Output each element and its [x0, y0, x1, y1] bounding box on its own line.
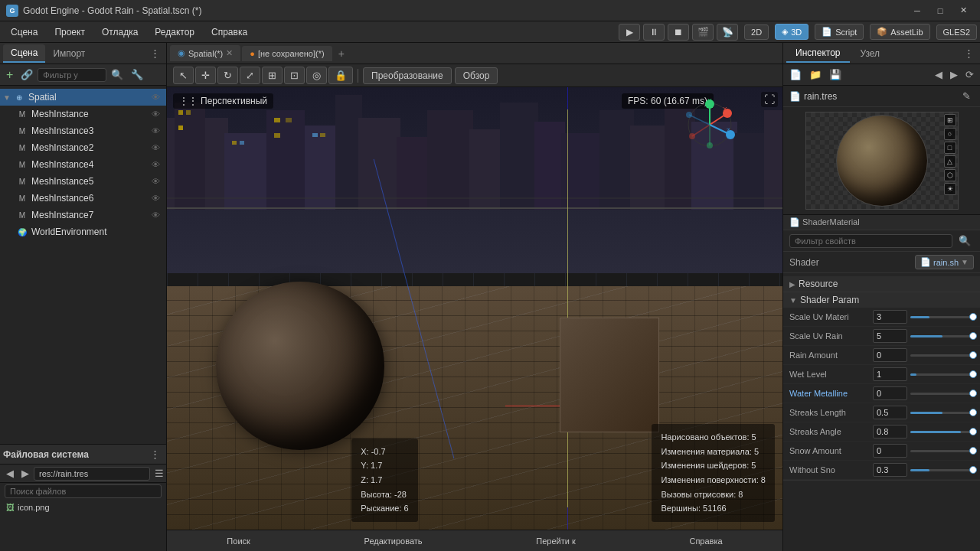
- add-node-button[interactable]: +: [3, 67, 16, 83]
- menu-project[interactable]: Проект: [47, 24, 93, 40]
- insp-save-button[interactable]: 💾: [826, 67, 844, 82]
- menu-debug[interactable]: Отладка: [94, 24, 145, 40]
- tree-item-mesh1[interactable]: M MeshInstance 👁: [0, 106, 166, 122]
- tree-item-mesh5[interactable]: M MeshInstance5 👁: [0, 173, 166, 190]
- mat-tool-1[interactable]: ⊞: [944, 114, 956, 126]
- scale-uv-rain-track[interactable]: [910, 335, 974, 337]
- stop-button[interactable]: ⏹: [668, 24, 689, 41]
- menu-help[interactable]: Справка: [204, 24, 255, 40]
- btn-assetlib[interactable]: 📦 AssetLib: [870, 24, 929, 40]
- tab-inspector[interactable]: Инспектор: [786, 44, 850, 63]
- water-metalline-thumb[interactable]: [969, 390, 977, 397]
- bottom-search-button[interactable]: Поиск: [220, 535, 256, 547]
- without-sno-track[interactable]: [910, 469, 974, 471]
- tree-item-mesh4[interactable]: M MeshInstance4 👁: [0, 156, 166, 173]
- tab-import[interactable]: Импорт: [45, 45, 93, 62]
- bottom-edit-button[interactable]: Редактировать: [358, 535, 429, 547]
- bottom-goto-button[interactable]: Перейти к: [530, 535, 581, 547]
- fs-path-input[interactable]: [34, 467, 150, 481]
- tab-add-button[interactable]: +: [334, 46, 349, 61]
- fs-options-button[interactable]: ⋮: [147, 447, 163, 461]
- snow-amount-input[interactable]: [873, 444, 907, 458]
- fs-list-button[interactable]: ☰: [152, 466, 167, 481]
- tab-scene[interactable]: Сцена: [3, 44, 45, 63]
- without-sno-input[interactable]: [873, 463, 907, 477]
- streaks-angle-input[interactable]: [873, 425, 907, 439]
- wet-level-thumb[interactable]: [969, 370, 977, 378]
- tree-eye-mesh7[interactable]: 👁: [152, 210, 160, 220]
- remote-button[interactable]: 📡: [717, 24, 738, 41]
- editor-tab-spatial[interactable]: ◉ Spatial(*) ✕: [170, 45, 240, 61]
- insp-prev-button[interactable]: ◀: [932, 67, 946, 82]
- mat-tool-4[interactable]: △: [944, 155, 956, 168]
- movie-button[interactable]: 🎬: [692, 24, 714, 41]
- btn-script[interactable]: 📄 Script: [815, 24, 864, 40]
- water-metalline-track[interactable]: [910, 393, 974, 395]
- maximize-button[interactable]: □: [929, 3, 951, 18]
- mat-tool-2[interactable]: ○: [944, 128, 956, 140]
- camera-button[interactable]: ◎: [306, 67, 327, 84]
- tree-eye-mesh4[interactable]: 👁: [152, 160, 160, 169]
- select-tool-button[interactable]: ↖: [173, 67, 194, 84]
- link-node-button[interactable]: 🔗: [18, 67, 36, 82]
- tree-item-mesh2[interactable]: M MeshInstance2 👁: [0, 139, 166, 156]
- tab-spatial-close[interactable]: ✕: [226, 48, 233, 58]
- tree-eye-spatial[interactable]: 👁: [152, 93, 160, 102]
- fs-item-icon[interactable]: 🖼 icon.png: [6, 501, 160, 514]
- fs-back-button[interactable]: ◀: [3, 466, 17, 481]
- resource-section-header[interactable]: ▶ Resource: [783, 276, 980, 292]
- scale-uv-rain-input[interactable]: [873, 329, 907, 343]
- tree-eye-mesh3[interactable]: 👁: [152, 126, 160, 135]
- wet-level-track[interactable]: [910, 373, 974, 376]
- rain-amount-track[interactable]: [910, 354, 974, 357]
- scene-tools-button[interactable]: 🔧: [128, 67, 146, 82]
- streaks-angle-track[interactable]: [910, 431, 974, 433]
- streaks-angle-thumb[interactable]: [969, 428, 977, 435]
- shader-param-header[interactable]: ▼ Shader Param: [783, 292, 980, 308]
- play-button[interactable]: ▶: [619, 24, 640, 41]
- transform-local-button[interactable]: ⊞: [262, 67, 283, 84]
- lock-button[interactable]: 🔒: [328, 67, 353, 84]
- shader-value-button[interactable]: 📄 rain.sh ▼: [915, 255, 974, 269]
- wet-level-input[interactable]: [873, 367, 907, 381]
- minimize-button[interactable]: ─: [906, 3, 928, 18]
- bottom-help-button[interactable]: Справка: [683, 535, 728, 547]
- without-sno-thumb[interactable]: [969, 466, 977, 474]
- insp-next-button[interactable]: ▶: [947, 67, 961, 82]
- fs-search-input[interactable]: [5, 484, 162, 498]
- scene-filter-input[interactable]: [38, 68, 106, 82]
- snow-amount-track[interactable]: [910, 450, 974, 452]
- rain-amount-thumb[interactable]: [969, 351, 977, 359]
- tree-eye-mesh5[interactable]: 👁: [152, 177, 160, 186]
- editor-tab-unsaved[interactable]: ● [не сохранено](*): [242, 46, 332, 61]
- viewport-expand-button[interactable]: ⛶: [761, 92, 778, 107]
- tree-item-mesh7[interactable]: M MeshInstance7 👁: [0, 207, 166, 223]
- insp-folder-button[interactable]: 📁: [806, 67, 825, 82]
- streaks-length-input[interactable]: [873, 406, 907, 419]
- inspector-options-button[interactable]: ⋮: [961, 46, 977, 60]
- scale-tool-button[interactable]: ⤢: [240, 67, 260, 84]
- rotate-tool-button[interactable]: ↻: [217, 67, 238, 84]
- scene-options-button[interactable]: ⋮: [147, 46, 163, 60]
- tab-node[interactable]: Узел: [851, 45, 890, 62]
- close-button[interactable]: ✕: [952, 3, 974, 18]
- fs-forward-button[interactable]: ▶: [18, 466, 32, 481]
- btn-3d[interactable]: ◈ 3D: [775, 24, 808, 40]
- rain-amount-input[interactable]: [873, 348, 907, 362]
- streaks-length-track[interactable]: [910, 412, 974, 414]
- insp-new-button[interactable]: 📄: [786, 67, 805, 82]
- btn-2d[interactable]: 2D: [744, 24, 769, 40]
- mat-tool-3[interactable]: □: [944, 142, 956, 154]
- view-mode-button[interactable]: Обзор: [455, 67, 498, 84]
- mat-tool-5[interactable]: ⬡: [944, 169, 956, 181]
- scale-uv-rain-thumb[interactable]: [969, 332, 977, 340]
- scale-uv-materi-thumb[interactable]: [969, 313, 977, 321]
- tree-eye-mesh1[interactable]: 👁: [152, 109, 160, 119]
- transform-mode-button[interactable]: Преобразование: [363, 67, 452, 84]
- prop-filter-search[interactable]: 🔍: [956, 233, 974, 248]
- viewport[interactable]: ⋮⋮ Перспективный FPS: 60 (16.67 ms) ⛶ X: [167, 87, 782, 530]
- tree-eye-mesh6[interactable]: 👁: [152, 194, 160, 203]
- tree-item-mesh6[interactable]: M MeshInstance6 👁: [0, 190, 166, 207]
- tree-item-worldenv[interactable]: 🌍 WorldEnvironment: [0, 223, 166, 240]
- tree-eye-mesh2[interactable]: 👁: [152, 143, 160, 152]
